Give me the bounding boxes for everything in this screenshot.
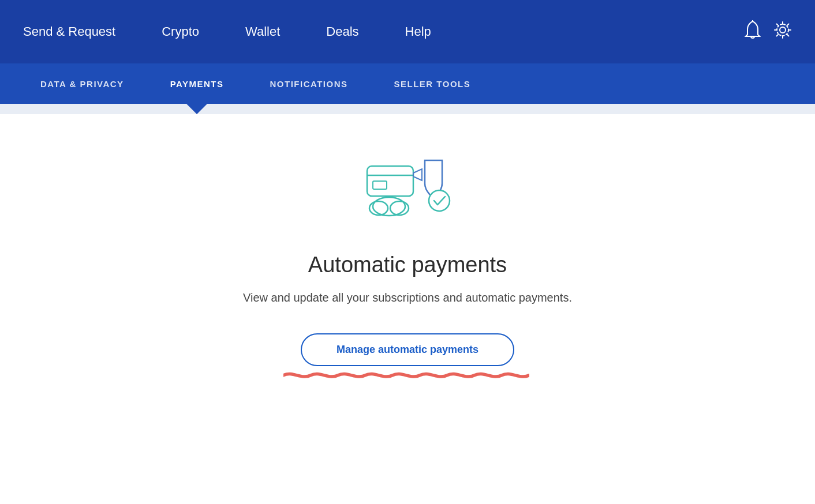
nav-send-request[interactable]: Send & Request — [0, 24, 139, 39]
svg-rect-5 — [373, 181, 387, 189]
payments-illustration — [356, 149, 459, 230]
squiggle-decoration — [283, 368, 529, 382]
svg-point-6 — [373, 197, 405, 216]
nav-wallet[interactable]: Wallet — [222, 24, 303, 39]
bell-icon[interactable] — [743, 20, 762, 44]
top-nav-icons — [743, 20, 803, 44]
subnav-payments[interactable]: PAYMENTS — [165, 63, 230, 104]
subnav-data-privacy[interactable]: DATA & PRIVACY — [35, 63, 130, 104]
nav-deals[interactable]: Deals — [303, 24, 382, 39]
nav-crypto[interactable]: Crypto — [139, 24, 222, 39]
svg-point-1 — [780, 27, 786, 33]
manage-btn-wrapper: Manage automatic payments — [301, 333, 514, 366]
page-title: Automatic payments — [308, 253, 507, 277]
subnav-seller-tools[interactable]: SELLER TOOLS — [388, 63, 477, 104]
main-content: Automatic payments View and update all y… — [0, 114, 815, 389]
sub-nav-divider — [0, 104, 815, 114]
top-nav: Send & Request Crypto Wallet Deals Help — [0, 0, 815, 63]
sub-nav: DATA & PRIVACY PAYMENTS NOTIFICATIONS SE… — [0, 63, 815, 104]
manage-automatic-payments-button[interactable]: Manage automatic payments — [301, 333, 514, 366]
page-description: View and update all your subscriptions a… — [243, 291, 572, 304]
gear-icon[interactable] — [773, 21, 792, 43]
nav-help[interactable]: Help — [382, 24, 454, 39]
subnav-notifications[interactable]: NOTIFICATIONS — [264, 63, 353, 104]
top-nav-links: Send & Request Crypto Wallet Deals Help — [0, 24, 743, 39]
svg-point-9 — [429, 190, 450, 211]
